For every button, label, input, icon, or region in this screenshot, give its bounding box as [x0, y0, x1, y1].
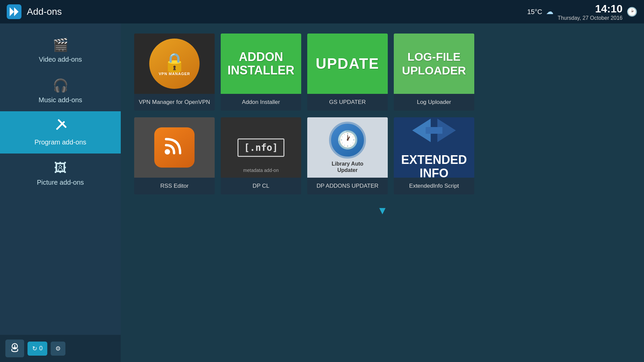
- addon-label-rss: RSS Editor: [134, 178, 215, 194]
- addon-card-rss-editor[interactable]: RSS Editor: [134, 117, 215, 194]
- addon-label-dp-addons: DP ADDONS UPDATER: [307, 178, 388, 194]
- temperature-display: 15°C: [527, 8, 542, 16]
- addon-thumb-vpn: 🔒 VPN MANAGER: [134, 34, 215, 94]
- sidebar: 🎬 Video add-ons 🎧 Music add-ons Program …: [0, 23, 121, 362]
- header-left: Add-ons: [7, 4, 62, 19]
- meta-text: metadata add-on: [243, 168, 279, 173]
- vpn-circle: 🔒 VPN MANAGER: [149, 39, 200, 89]
- addon-card-addon-installer[interactable]: ADDONINSTALLER Addon Installer: [221, 34, 301, 111]
- installer-text: ADDONINSTALLER: [227, 50, 294, 77]
- addon-card-vpn-manager[interactable]: 🔒 VPN MANAGER VPN Manager for OpenVPN: [134, 34, 215, 111]
- addon-thumb-dpcl: [.nfo] metadata add-on: [221, 117, 301, 178]
- nfo-box: [.nfo]: [237, 138, 284, 157]
- clock-icon: 🕑: [627, 7, 637, 17]
- log-text: LOG-FILEUPLOADER: [402, 50, 466, 77]
- download-icon: [10, 343, 19, 354]
- clock-face-icon: 🕐: [337, 130, 359, 150]
- weather-icon: ☁: [546, 7, 553, 16]
- sidebar-label-video: Video add-ons: [39, 56, 82, 63]
- sidebar-label-music: Music add-ons: [39, 96, 82, 104]
- addon-card-dp-cl[interactable]: [.nfo] metadata add-on DP CL: [221, 117, 301, 194]
- refresh-icon: ↻: [32, 345, 37, 352]
- datetime-display: 14:10 Thursday, 27 October 2016: [557, 3, 623, 21]
- rss-box: [154, 127, 195, 168]
- addon-thumb-installer: ADDONINSTALLER: [221, 34, 301, 94]
- addon-label-extendedinfo: ExtendedInfo Script: [394, 178, 474, 194]
- download-button[interactable]: [5, 340, 24, 357]
- addon-grid-row1: 🔒 VPN MANAGER VPN Manager for OpenVPN AD…: [134, 34, 631, 111]
- sidebar-label-program: Program add-ons: [35, 138, 87, 146]
- addon-thumb-gs: UPDATE: [307, 34, 388, 94]
- addon-grid-row2: RSS Editor [.nfo] metadata add-on DP CL …: [134, 117, 631, 194]
- addon-card-dp-addons-updater[interactable]: 🕐 Library AutoUpdater DP ADDONS UPDATER: [307, 117, 388, 194]
- scroll-down-icon[interactable]: ▼: [377, 204, 388, 217]
- svg-point-7: [165, 149, 170, 155]
- sidebar-item-picture-addons[interactable]: 🖼 Picture add-ons: [0, 154, 121, 194]
- addon-card-gs-updater[interactable]: UPDATE GS UPDATER: [307, 34, 388, 111]
- video-icon: 🎬: [53, 38, 68, 52]
- clock-face: 🕐: [329, 122, 366, 159]
- main-layout: 🎬 Video add-ons 🎧 Music add-ons Program …: [0, 23, 644, 362]
- program-icon: [54, 119, 67, 135]
- gs-text: UPDATE: [316, 55, 379, 72]
- addon-thumb-library: 🕐 Library AutoUpdater: [307, 117, 388, 178]
- date-display: Thursday, 27 October 2016: [557, 15, 623, 21]
- sidebar-toolbar: ↻ 0 ⚙: [0, 335, 121, 362]
- header-right: 15°C ☁ 14:10 Thursday, 27 October 2016 🕑: [527, 3, 637, 21]
- lock-icon: 🔒: [163, 52, 186, 73]
- addon-card-log-uploader[interactable]: LOG-FILEUPLOADER Log Uploader: [394, 34, 474, 111]
- addon-label-gs: GS UPDATER: [307, 94, 388, 111]
- addon-thumb-extendedinfo: EXTENDEDINFO: [394, 117, 474, 178]
- addon-thumb-rss: [134, 117, 215, 178]
- count-button[interactable]: ↻ 0: [28, 342, 47, 356]
- header: Add-ons 15°C ☁ 14:10 Thursday, 27 Octobe…: [0, 0, 644, 23]
- sidebar-item-video-addons[interactable]: 🎬 Video add-ons: [0, 30, 121, 71]
- addon-label-vpn: VPN Manager for OpenVPN: [134, 94, 215, 111]
- library-title: Library AutoUpdater: [332, 161, 364, 173]
- content-area: 🔒 VPN MANAGER VPN Manager for OpenVPN AD…: [121, 23, 644, 362]
- time-display: 14:10: [557, 3, 623, 15]
- addon-thumb-log: LOG-FILEUPLOADER: [394, 34, 474, 94]
- addon-label-log: Log Uploader: [394, 94, 474, 111]
- settings-button[interactable]: ⚙: [51, 342, 65, 356]
- page-title: Add-ons: [27, 6, 62, 17]
- rss-icon: [163, 133, 186, 162]
- sidebar-item-music-addons[interactable]: 🎧 Music add-ons: [0, 71, 121, 111]
- gear-icon: ⚙: [55, 345, 61, 352]
- extended-info-text: EXTENDEDINFO: [401, 153, 467, 178]
- kodi-logo-icon: [7, 4, 21, 19]
- music-icon: 🎧: [53, 78, 68, 93]
- arrows-icon: [412, 117, 456, 152]
- addon-label-dp-cl: DP CL: [221, 178, 301, 194]
- addon-card-extendedinfo[interactable]: EXTENDEDINFO ExtendedInfo Script: [394, 117, 474, 194]
- scroll-indicator: ▼: [134, 201, 631, 220]
- sidebar-label-picture: Picture add-ons: [37, 179, 84, 186]
- picture-icon: 🖼: [54, 161, 67, 175]
- update-count: 0: [39, 345, 43, 352]
- addon-label-installer: Addon Installer: [221, 94, 301, 111]
- sidebar-item-program-addons[interactable]: Program add-ons: [0, 111, 121, 154]
